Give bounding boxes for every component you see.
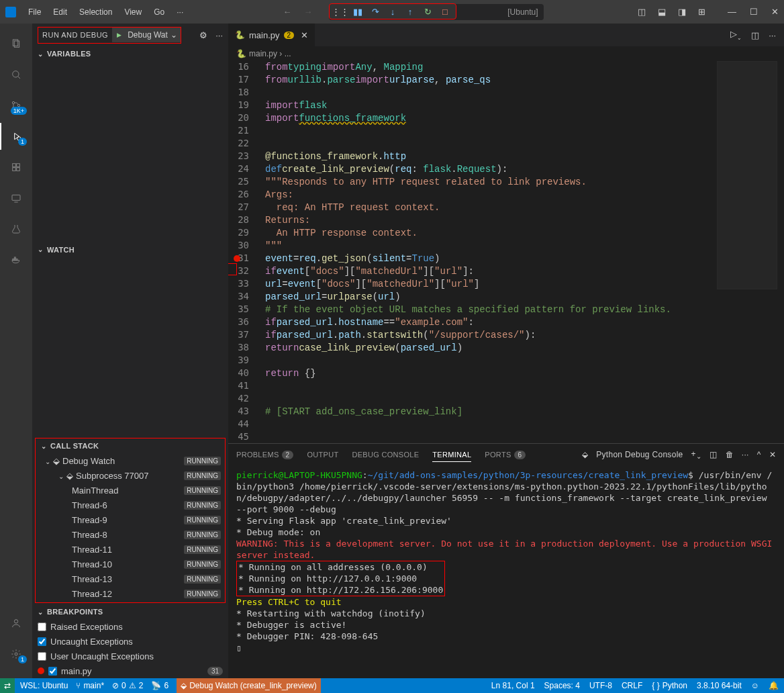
panel-output[interactable]: OUTPUT (307, 448, 338, 461)
testing-icon[interactable] (0, 216, 32, 242)
split-terminal-icon[interactable]: ◫ (709, 450, 717, 459)
status-bell-icon[interactable]: 🔔 (769, 681, 779, 690)
code-line[interactable]: def create_link_preview(req: flask.Reque… (265, 163, 710, 176)
callstack-thread[interactable]: Thread-12RUNNING (36, 586, 225, 601)
status-language[interactable]: { } Python (652, 681, 687, 690)
menu-view[interactable]: View (119, 5, 147, 19)
callstack-thread[interactable]: Thread-9RUNNING (36, 512, 225, 527)
code-line[interactable]: return {} (265, 367, 710, 380)
code-line[interactable]: """ (265, 240, 710, 252)
layout-bottom-icon[interactable]: ⬓ (658, 7, 666, 17)
docker-icon[interactable] (0, 246, 32, 273)
status-ports[interactable]: 📡 6 (151, 681, 168, 690)
code-line[interactable]: Returns: (265, 214, 710, 227)
kill-terminal-icon[interactable]: 🗑 (726, 450, 734, 459)
status-problems[interactable]: ⊘ 0 ⚠ 2 (112, 681, 143, 690)
bp-file[interactable]: main.py31 (32, 663, 228, 678)
menu-file[interactable]: File (23, 5, 46, 19)
bp-raised-check[interactable] (38, 622, 46, 631)
code-line[interactable]: # If the event object URL matches a spec… (265, 304, 710, 316)
code-line[interactable]: """Responds to any HTTP request related … (265, 176, 710, 189)
code-line[interactable] (265, 393, 710, 406)
code-line[interactable]: from typing import Any, Mapping (265, 61, 710, 74)
layout-right-icon[interactable]: ◨ (678, 7, 686, 17)
breadcrumb[interactable]: 🐍main.py › ... (228, 46, 784, 61)
tab-close-icon[interactable]: ✕ (301, 30, 308, 40)
status-feedback-icon[interactable]: ☺ (751, 681, 759, 690)
bp-raised[interactable]: Raised Exceptions (32, 619, 228, 634)
variables-section-header[interactable]: ⌄VARIABLES (32, 46, 228, 61)
code-line[interactable] (265, 355, 710, 367)
panel-problems[interactable]: PROBLEMS2 (236, 448, 293, 461)
new-terminal-icon[interactable]: +⌄ (691, 449, 702, 460)
bp-uncaught-check[interactable] (38, 637, 46, 646)
callstack-section-header[interactable]: ⌄CALL STACK (36, 438, 225, 453)
search-icon[interactable] (0, 61, 32, 88)
code-line[interactable]: parsed_url = urlparse(url) (265, 291, 710, 304)
callstack-thread[interactable]: Thread-6RUNNING (36, 498, 225, 512)
status-eol[interactable]: CRLF (622, 681, 642, 690)
stop-icon[interactable]: □ (440, 6, 450, 17)
menu-go[interactable]: Go (148, 5, 170, 19)
code-line[interactable]: import functions_framework (265, 112, 710, 125)
accounts-icon[interactable] (0, 610, 32, 637)
code-line[interactable]: if parsed_url.path.startswith("/support/… (265, 329, 710, 342)
minimap[interactable] (717, 61, 777, 289)
code-line[interactable]: if event["docs"]["matchedUrl"]["url"]: (265, 265, 710, 278)
step-over-icon[interactable]: ↷ (370, 6, 381, 17)
nav-forward-icon[interactable]: → (304, 7, 313, 17)
code-line[interactable] (265, 87, 710, 99)
panel-debug-console[interactable]: DEBUG CONSOLE (352, 448, 419, 461)
status-position[interactable]: Ln 81, Col 1 (491, 681, 535, 690)
bp-uncaught[interactable]: Uncaught Exceptions (32, 634, 228, 649)
maximize-icon[interactable]: ☐ (750, 7, 758, 17)
panel-ports[interactable]: PORTS6 (485, 448, 526, 461)
debug-more-icon[interactable]: ··· (215, 30, 223, 40)
bp-user-uncaught-check[interactable] (38, 652, 46, 661)
menu-more[interactable]: ··· (171, 5, 189, 19)
panel-terminal[interactable]: TERMINAL (432, 448, 471, 462)
remote-explorer-icon[interactable] (0, 185, 32, 212)
status-spaces[interactable]: Spaces: 4 (544, 681, 580, 690)
split-editor-icon[interactable]: ◫ (751, 30, 759, 40)
drag-handle-icon[interactable]: ⋮⋮ (335, 6, 346, 17)
editor-tab-main[interactable]: 🐍 main.py 2 ✕ (228, 24, 315, 46)
code-line[interactable]: event = req.get_json(silent=True) (265, 252, 710, 265)
editor-more-icon[interactable]: ··· (769, 30, 776, 40)
explorer-icon[interactable] (0, 30, 32, 57)
code-line[interactable]: return case_link_preview(parsed_url) (265, 342, 710, 355)
callstack-subprocess[interactable]: ⌄⬙Subprocess 77007RUNNING (36, 468, 225, 483)
maximize-panel-icon[interactable]: ^ (757, 450, 761, 459)
layout-left-icon[interactable]: ◫ (638, 7, 646, 17)
callstack-root[interactable]: ⌄⬙Debug WatchRUNNING (36, 453, 225, 468)
breakpoints-section-header[interactable]: ⌄BREAKPOINTS (32, 604, 228, 619)
layout-customize-icon[interactable]: ⊞ (698, 7, 705, 17)
watch-section-header[interactable]: ⌄WATCH (32, 242, 228, 257)
breakpoint-glyph-icon[interactable] (234, 255, 240, 262)
debug-config-dropdown[interactable]: Debug Wat (112, 28, 181, 42)
code-line[interactable]: # [START add_ons_case_preview_link] (265, 406, 710, 418)
code-line[interactable]: req: An HTTP request context. (265, 201, 710, 214)
step-into-icon[interactable]: ↓ (387, 6, 398, 17)
source-control-icon[interactable]: 1K+ (0, 92, 32, 119)
callstack-thread[interactable]: Thread-13RUNNING (36, 571, 225, 586)
terminal-profile[interactable]: Python Debug Console (596, 450, 683, 459)
settings-icon[interactable]: 1 (0, 641, 32, 667)
menu-edit[interactable]: Edit (48, 5, 72, 19)
code-line[interactable]: if parsed_url.hostname == "example.com": (265, 316, 710, 329)
code-line[interactable] (265, 380, 710, 393)
restart-icon[interactable]: ↻ (422, 6, 433, 17)
bp-file-check[interactable] (48, 667, 57, 676)
status-remote[interactable]: ⇄WSL: Ubuntu (5, 681, 68, 690)
callstack-thread[interactable]: Thread-8RUNNING (36, 527, 225, 542)
bp-user-uncaught[interactable]: User Uncaught Exceptions (32, 649, 228, 663)
code-line[interactable] (265, 138, 710, 150)
close-icon[interactable]: ✕ (771, 7, 779, 17)
code-line[interactable]: @functions_framework.http (265, 150, 710, 163)
code-editor[interactable]: 1617181920212223242526272829303132333435… (228, 61, 784, 443)
run-debug-icon[interactable]: 1 (0, 123, 32, 150)
run-icon[interactable]: ▷⌄ (730, 29, 742, 41)
code-line[interactable]: import flask (265, 99, 710, 112)
panel-more-icon[interactable]: ··· (742, 450, 749, 459)
callstack-thread[interactable]: Thread-11RUNNING (36, 542, 225, 557)
